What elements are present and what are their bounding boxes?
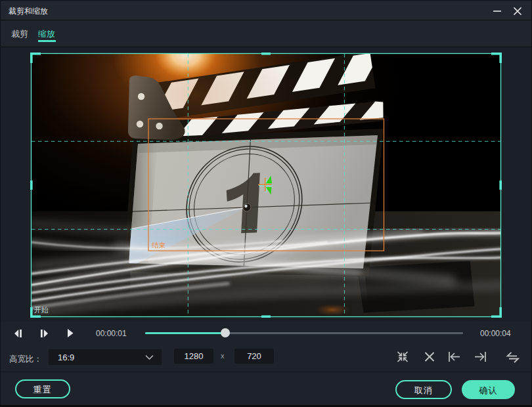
svg-text:开始: 开始	[34, 306, 49, 314]
svg-text:结束: 结束	[152, 241, 166, 249]
